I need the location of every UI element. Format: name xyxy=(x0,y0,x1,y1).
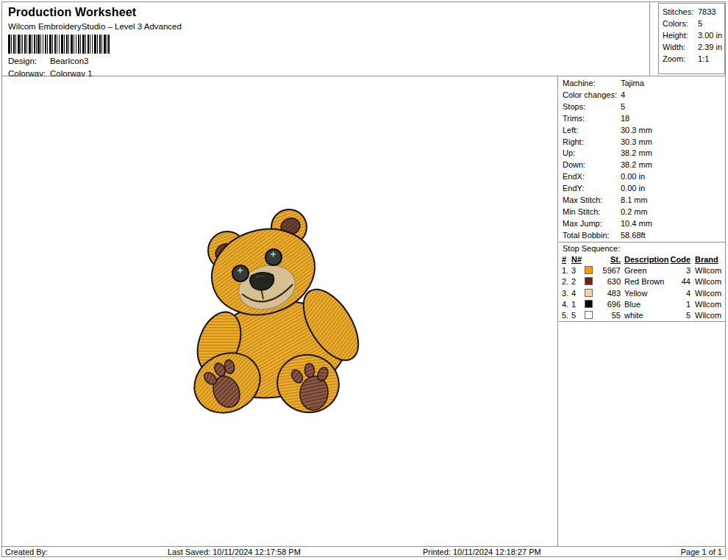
machine-row: Total Bobbin:58.68ft xyxy=(559,230,725,242)
thread-color-swatch xyxy=(585,300,593,308)
page-title: Production Worksheet xyxy=(8,6,643,19)
stat-height: Height:3.00 in xyxy=(659,29,724,41)
table-row: 4. 1 696 Blue 1 Wilcom xyxy=(559,299,725,310)
worksheet-page: Production Worksheet Wilcom EmbroiderySt… xyxy=(1,1,726,557)
stat-colors: Colors:5 xyxy=(659,18,724,29)
machine-row: Max Jump:10.4 mm xyxy=(559,218,725,230)
machine-info-panel: Machine:Tajima Color changes:4 Stops:5 T… xyxy=(559,76,725,547)
machine-row: Stops:5 xyxy=(559,101,725,113)
design-preview-area xyxy=(2,76,558,547)
printed-text: Printed: 10/11/2024 12:18:27 PM xyxy=(423,548,541,556)
table-row: 5. 5 55 white 5 Wilcom xyxy=(559,310,725,321)
teddy-bear-design xyxy=(2,76,558,547)
machine-row: Left:30.3 mm xyxy=(559,125,725,137)
machine-row: Machine:Tajima xyxy=(559,78,725,90)
header: Production Worksheet Wilcom EmbroiderySt… xyxy=(2,2,650,76)
page-number: Page 1 of 1 xyxy=(681,548,722,556)
thread-color-swatch xyxy=(585,277,593,285)
machine-row: Max Stitch:8.1 mm xyxy=(559,195,725,207)
thread-color-swatch xyxy=(585,289,593,297)
machine-row: Color changes:4 xyxy=(559,90,725,101)
table-row: 2. 2 630 Red Brown 44 Wilcom xyxy=(559,276,725,287)
stat-stitches: Stitches:7833 xyxy=(659,6,724,18)
design-row: Design:BearIcon3 xyxy=(8,56,643,66)
table-row: 3. 4 483 Yellow 4 Wilcom xyxy=(559,288,725,299)
stop-sequence-title: Stop Sequence: xyxy=(559,243,725,254)
machine-row: Down:38.2 mm xyxy=(559,159,725,171)
stop-sequence-table: # N# St. Description Code Brand 1. 3 596… xyxy=(559,254,725,322)
machine-row: Min Stitch:0.2 mm xyxy=(559,207,725,218)
machine-row: Trims:18 xyxy=(559,113,725,125)
machine-row: EndY:0.00 in xyxy=(559,183,725,195)
stat-width: Width:2.39 in xyxy=(659,41,724,53)
stat-zoom: Zoom:1:1 xyxy=(659,53,724,65)
last-saved-text: Last Saved: 10/11/2024 12:17:58 PM xyxy=(168,548,301,556)
machine-row: Right:30.3 mm xyxy=(559,137,725,148)
barcode xyxy=(8,35,110,54)
machine-row: EndX:0.00 in xyxy=(559,171,725,183)
created-by-label: Created By: xyxy=(5,548,48,556)
stop-sequence-header: # N# St. Description Code Brand xyxy=(559,254,725,265)
design-label: Design: xyxy=(8,56,50,66)
stop-sequence-section: Stop Sequence: # N# St. Description Code… xyxy=(559,242,725,322)
footer: Created By: Last Saved: 10/11/2024 12:17… xyxy=(2,546,725,556)
app-subtitle: Wilcom EmbroideryStudio – Level 3 Advanc… xyxy=(8,22,643,31)
table-row: 1. 3 5967 Green 3 Wilcom xyxy=(559,265,725,276)
thread-color-swatch xyxy=(585,266,593,274)
design-stats-box: Stitches:7833 Colors:5 Height:3.00 in Wi… xyxy=(658,3,725,74)
machine-row: Up:38.2 mm xyxy=(559,148,725,159)
design-value: BearIcon3 xyxy=(50,57,88,65)
thread-color-swatch xyxy=(585,311,593,319)
machine-info-table: Machine:Tajima Color changes:4 Stops:5 T… xyxy=(559,78,725,242)
